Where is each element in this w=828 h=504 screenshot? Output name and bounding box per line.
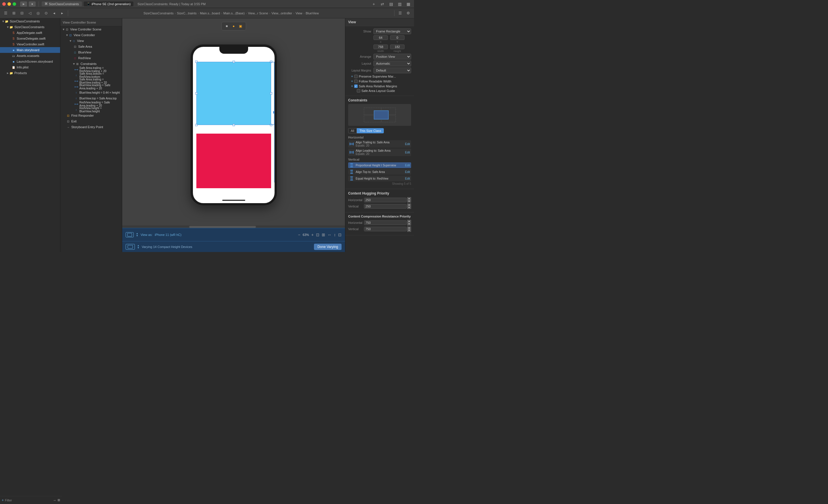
safe-area-checkbox[interactable]: ✓ [354,85,358,88]
compression-v-down[interactable]: ▼ [407,229,411,232]
outline-c1[interactable]: ⟷ Safe Area.trailing = RedView.trailing … [60,67,122,73]
outline-c6[interactable]: ↕ BlueView.top = Safe Area.top [60,95,122,101]
canvas[interactable]: ■ ● ▣ → [122,18,345,226]
sidebar-item-info[interactable]: 📋 Info.plist [0,64,60,70]
handle-tl[interactable] [195,61,198,63]
safe-area-plus-icon[interactable]: + [351,84,353,88]
breadcrumb-item-7[interactable]: View [296,11,302,15]
add-tab-button[interactable]: + [370,1,377,7]
sidebar-item-scenedelegate[interactable]: S SceneDelegate.swift [0,36,60,41]
minimize-button[interactable] [7,2,11,6]
zoom-icon-4[interactable]: ↕ [334,232,336,237]
height-input[interactable] [390,45,405,49]
toolbar-icon-3[interactable]: ◁ [27,10,33,17]
breadcrumb-item-6[interactable]: View...ontroller [272,11,292,15]
canvas-tool-1[interactable]: ■ [224,23,230,29]
preserve-plus-icon[interactable]: + [351,75,353,79]
scrollbar-thumb[interactable] [189,226,256,228]
hugging-v-down[interactable]: ▼ [407,206,411,209]
outline-exit[interactable]: ⊡ Exit [60,119,122,124]
settings-icon[interactable]: ⚙ [405,10,412,17]
sidebar-item-viewcontroller[interactable]: S ViewController.swift [0,41,60,47]
done-varying-button[interactable]: Done Varying [314,244,341,250]
compression-h-input[interactable] [364,220,407,225]
sidebar-item-project[interactable]: ▶ 📁 SizeClassConstraints [0,24,60,30]
v1-edit-btn[interactable]: Edit [405,164,410,167]
zoom-fit-icon[interactable]: ⊡ [316,232,320,237]
horizontal-scrollbar[interactable] [122,226,345,228]
back-nav[interactable]: ◂ [51,10,57,17]
compression-v-input[interactable] [364,227,407,231]
show-select[interactable]: Frame Rectangle [373,29,411,34]
layout-button-3[interactable]: ▦ [405,1,412,7]
width-input[interactable] [373,45,388,49]
outline-view[interactable]: ▶ □ View [60,38,122,44]
red-view[interactable] [196,134,271,188]
canvas-tool-2[interactable]: ● [231,23,237,29]
device-tab[interactable]: 📱 iPhone SE (2nd generation) [84,1,134,6]
arrange-select[interactable]: Position View [373,54,411,59]
hugging-v-input[interactable] [364,204,407,209]
breadcrumb-item-1[interactable]: SizeClassConstraints [143,11,174,15]
y-input[interactable] [390,35,405,40]
zoom-minus-btn[interactable]: − [298,232,300,237]
outline-c7[interactable]: ⟷ RedView.leading = Safe Area.leading + … [60,101,122,107]
breadcrumb-item-8[interactable]: BlueView [305,11,319,15]
tab-swap-button[interactable]: ⇄ [379,1,386,7]
outline-c4[interactable]: ⟷ BlueView.leading = Safe Area.leading +… [60,84,122,90]
sidebar-item-products[interactable]: ▶ 📁 Products [0,70,60,76]
close-button[interactable] [2,2,6,6]
handle-bl[interactable] [195,124,198,126]
toolbar-icon-4[interactable]: ◎ [35,10,41,17]
toolbar-icon-2[interactable]: ⊟ [18,10,25,17]
h2-edit-btn[interactable]: Edit [405,151,410,154]
readable-checkbox[interactable] [354,80,358,83]
h1-edit-btn[interactable]: Edit [405,142,410,146]
hugging-h-input[interactable] [364,198,407,202]
stop-button[interactable]: ■ [29,1,36,7]
compression-v-up[interactable]: ▲ [407,226,411,229]
inspector-icon[interactable]: ☰ [397,10,404,17]
outline-vcs[interactable]: ▶ ⊡ View Controller Scene [60,27,122,32]
device-arrows[interactable]: ▲ ▼ [136,232,138,237]
outline-c5[interactable]: ↕ BlueView.height = 0.44 × height [60,90,122,95]
layout-button-2[interactable]: ▥ [396,1,403,7]
sidebar-item-mainstoryboard[interactable]: ■ Main.storyboard [0,47,60,53]
outline-constraints[interactable]: ▶ ⊞ Constraints [60,61,122,67]
compression-h-up[interactable]: ▲ [407,220,411,223]
project-tab[interactable]: ⌘ SizeClassConstraints [42,1,82,6]
varying-arrows[interactable]: ▲ ▼ [137,244,139,249]
layout-margins-select[interactable]: Default [373,67,411,73]
outline-c2[interactable]: ↕ Safe Area.bottom = RedView.bottom [60,73,122,78]
zoom-icon-3[interactable]: ↔ [327,232,331,237]
outline-blueview[interactable]: □ BlueView [60,49,122,55]
toolbar-icon-1[interactable]: ⊞ [10,10,17,17]
sidebar-item-appdelegate[interactable]: S AppDelegate.swift [0,30,60,36]
layout-select[interactable]: Automatic [373,61,411,66]
handle-tm[interactable] [233,61,235,63]
zoom-icon-5[interactable]: ⊡ [338,232,341,237]
hugging-h-down[interactable]: ▼ [407,200,411,203]
outline-firstresponder[interactable]: ⊡ First Responder [60,112,122,119]
handle-bm[interactable] [233,124,235,126]
preserve-checkbox[interactable] [354,75,358,78]
breadcrumb-item-3[interactable]: Main.s...board [200,11,220,15]
device-frame-icon[interactable] [126,232,134,237]
outline-vc[interactable]: ▶ ⊡ View Controller [60,32,122,38]
breadcrumb-item-4[interactable]: Main.s...(Base) [223,11,245,15]
outline-c3[interactable]: ⟷ Safe Area.trailing = BlueView.trailing… [60,78,122,84]
v3-edit-btn[interactable]: Edit [405,177,410,180]
breadcrumb-item-2[interactable]: SizeC...traints [177,11,196,15]
layout-guide-checkbox[interactable] [357,89,360,93]
outline-storyboard-entry[interactable]: → Storyboard Entry Point [60,124,122,130]
outline-safearea[interactable]: ⊡ Safe Area [60,44,122,49]
tab-all[interactable]: All [348,128,357,133]
sidebar-item-root[interactable]: ▶ 📁 SizeClassConstraints [0,18,60,24]
hugging-v-up[interactable]: ▲ [407,203,411,206]
toolbar-icon-5[interactable]: ⊙ [43,10,49,17]
outline-redview[interactable]: □ RedView [60,55,122,61]
x-input[interactable] [373,35,388,40]
zoom-plus-btn[interactable]: + [312,232,314,237]
breadcrumb-item-5[interactable]: View...r Scene [248,11,268,15]
tab-size-class[interactable]: This Size Class [357,128,384,133]
